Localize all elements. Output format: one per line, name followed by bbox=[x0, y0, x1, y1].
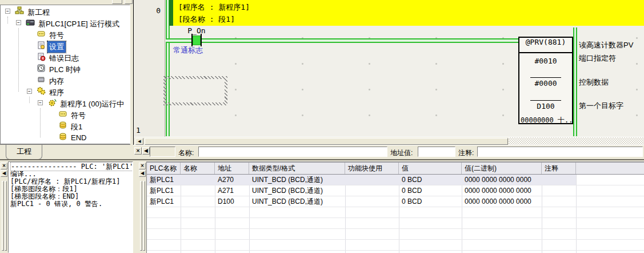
rung-header-comment[interactable]: [程序名 : 新程序1] [段名称 : 段1] bbox=[173, 0, 644, 26]
scrollbar-track[interactable] bbox=[509, 137, 644, 145]
scroll-left-button[interactable]: ◀ bbox=[135, 138, 143, 145]
tree-item-plc[interactable]: − 新PLC1[CP1E] 运行模式 bbox=[1, 18, 130, 28]
tree-collapse-box[interactable]: − bbox=[16, 20, 21, 25]
function-block-prv[interactable]: @PRV(881) #0010 #0000 D100 00000000 十... bbox=[518, 37, 573, 124]
watch-col-value[interactable]: 值 bbox=[399, 163, 462, 174]
operand-port[interactable]: #0010 bbox=[519, 57, 572, 65]
watch-row-selected[interactable]: 新PLC1 A270 UINT_BCD (BCD,通道) 0 BCD 0000 … bbox=[147, 175, 644, 185]
tree-item-programs[interactable]: − 程序 bbox=[1, 86, 130, 97]
tree-item-label: PLC 时钟 bbox=[47, 64, 82, 76]
error-log-icon bbox=[37, 52, 46, 61]
collapse-arrow-icon[interactable]: ◀ bbox=[142, 147, 150, 155]
watch-cell[interactable]: 新PLC1 bbox=[147, 196, 181, 207]
name-label: 名称: bbox=[178, 148, 194, 158]
watch-cell[interactable] bbox=[542, 185, 576, 196]
name-field[interactable] bbox=[198, 147, 387, 157]
tab-project[interactable]: 工程 bbox=[6, 145, 42, 160]
watch-cell[interactable]: 0000 0000 0000 0000 bbox=[462, 175, 542, 185]
tree-item-program-symbols[interactable]: 符号 bbox=[1, 109, 130, 120]
pane-grip[interactable] bbox=[5, 181, 7, 251]
watch-cell[interactable]: 新PLC1 bbox=[147, 175, 181, 185]
watch-row[interactable]: 新PLC1 A271 UINT_BCD (BCD,通道) 0 BCD 0000 … bbox=[147, 185, 644, 196]
watch-col-plc-name[interactable]: PLC名称 bbox=[147, 163, 181, 174]
watch-cell[interactable]: 0000 0000 0000 0000 bbox=[462, 185, 542, 196]
watch-cell[interactable] bbox=[181, 196, 215, 207]
watch-col-comment[interactable]: 注释 bbox=[542, 163, 576, 174]
operand-control[interactable]: #0000 bbox=[519, 79, 572, 88]
compile-output[interactable]: ---------------- PLC: '新PLC1' (PL 编译... … bbox=[8, 161, 133, 253]
tree-collapse-box[interactable]: − bbox=[5, 9, 10, 14]
watch-cell[interactable]: UINT_BCD (BCD,通道) bbox=[249, 185, 345, 196]
watch-cell[interactable] bbox=[542, 196, 576, 207]
watch-cell[interactable]: 0 BCD bbox=[399, 185, 462, 196]
toolbar-button-stub[interactable] bbox=[112, 0, 122, 4]
close-icon[interactable]: × bbox=[134, 147, 142, 155]
operand-dest[interactable]: D100 bbox=[519, 102, 572, 110]
watch-row-empty[interactable] bbox=[147, 207, 644, 218]
watch-table: PLC名称 名称 地址 数据类型/格式 功能块使用 值 值(二进制) 注释 新P… bbox=[146, 161, 644, 253]
watch-cell[interactable] bbox=[345, 175, 399, 185]
tree-item-end[interactable]: END bbox=[1, 132, 130, 143]
pane-grip[interactable] bbox=[143, 181, 145, 251]
project-icon bbox=[15, 6, 24, 15]
ladder-horizontal-scrollbar[interactable]: ◀ bbox=[134, 137, 644, 145]
pane-grip[interactable] bbox=[140, 181, 142, 251]
close-icon[interactable]: × bbox=[1, 163, 7, 169]
watch-col-name[interactable]: 名称 bbox=[181, 163, 215, 174]
watch-cell[interactable]: A270 bbox=[215, 175, 249, 185]
watch-cell[interactable]: UINT_BCD (BCD,通道) bbox=[249, 196, 345, 207]
watch-row[interactable]: 新PLC1 D100 UINT_BCD (BCD,通道) 0 BCD 0000 … bbox=[147, 196, 644, 207]
watch-row-empty[interactable] bbox=[147, 229, 644, 240]
watch-col-datatype[interactable]: 数据类型/格式 bbox=[249, 163, 345, 174]
watch-window: × ◀ PLC名称 名称 地址 数据类型/格式 功能块使用 值 值(二进制) 注… bbox=[138, 160, 644, 253]
watch-cell[interactable]: D100 bbox=[215, 196, 249, 207]
comment-field[interactable] bbox=[477, 147, 643, 157]
tree-item-memory[interactable]: 内存 bbox=[1, 75, 130, 85]
watch-cell[interactable]: 0000 0000 0000 0000 bbox=[462, 196, 542, 207]
symbols-icon bbox=[37, 29, 46, 38]
collapse-arrow-icon[interactable]: ◀ bbox=[139, 170, 146, 177]
tree-item-label: 设置 bbox=[47, 41, 66, 53]
watch-cell[interactable] bbox=[345, 196, 399, 207]
watch-row-empty[interactable] bbox=[147, 218, 644, 229]
section-icon bbox=[58, 132, 67, 141]
watch-col-value-binary[interactable]: 值(二进制) bbox=[462, 163, 542, 174]
tree-item-settings[interactable]: 设置 bbox=[1, 41, 130, 51]
watch-row-empty[interactable] bbox=[147, 251, 644, 253]
tree-item-error-log[interactable]: 错误日志 bbox=[1, 52, 130, 62]
watch-cell[interactable]: 新PLC1 bbox=[147, 185, 181, 196]
toolbar-button-stub[interactable] bbox=[125, 0, 133, 4]
tree-collapse-box[interactable]: − bbox=[27, 89, 32, 94]
operand-divider bbox=[530, 77, 561, 78]
watch-table-header: PLC名称 名称 地址 数据类型/格式 功能块使用 值 值(二进制) 注释 bbox=[147, 163, 644, 175]
output-window: × ◀ ---------------- PLC: '新PLC1' (PL 编译… bbox=[0, 160, 133, 253]
watch-cell[interactable] bbox=[542, 175, 576, 185]
tree-item-project[interactable]: − 新工程 bbox=[1, 6, 130, 17]
tree-item-plc-clock[interactable]: PLC 时钟 bbox=[1, 64, 130, 74]
watch-cell[interactable] bbox=[181, 185, 215, 196]
scrollbar-thumb[interactable] bbox=[145, 138, 508, 145]
collapse-arrow-icon[interactable]: ◀ bbox=[1, 170, 7, 177]
tree-item-section1[interactable]: 段1 bbox=[1, 121, 130, 131]
tree-item-symbols[interactable]: 符号 bbox=[1, 29, 130, 39]
watch-cell[interactable]: 0 BCD bbox=[399, 196, 462, 207]
tree-collapse-box[interactable]: − bbox=[38, 100, 43, 105]
watch-cell[interactable] bbox=[181, 175, 215, 185]
tree-item-program1[interactable]: − 新程序1 (00)运行中 bbox=[1, 98, 130, 108]
watch-col-fb-usage[interactable]: 功能块使用 bbox=[345, 163, 399, 174]
watch-col-address[interactable]: 地址 bbox=[215, 163, 249, 174]
tree-item-label: 新程序1 (00)运行中 bbox=[58, 98, 126, 110]
pane-grip[interactable] bbox=[2, 181, 4, 251]
rung-margin[interactable]: 0 1 bbox=[134, 0, 165, 137]
contact-p-on[interactable] bbox=[193, 35, 201, 45]
watch-cell[interactable]: A271 bbox=[215, 185, 249, 196]
watch-row-empty[interactable] bbox=[147, 240, 644, 251]
watch-cell[interactable] bbox=[345, 185, 399, 196]
close-icon[interactable]: × bbox=[139, 163, 146, 169]
tree-item-label: 符号 bbox=[47, 30, 66, 41]
watch-cell[interactable]: 0 BCD bbox=[399, 175, 462, 185]
symbol-bar: × ◀ 名称: 地址值: 注释: bbox=[133, 145, 644, 159]
address-field[interactable] bbox=[418, 147, 455, 157]
tree-item-label: 错误日志 bbox=[47, 53, 81, 64]
watch-cell[interactable]: UINT_BCD (BCD,通道) bbox=[249, 175, 345, 185]
